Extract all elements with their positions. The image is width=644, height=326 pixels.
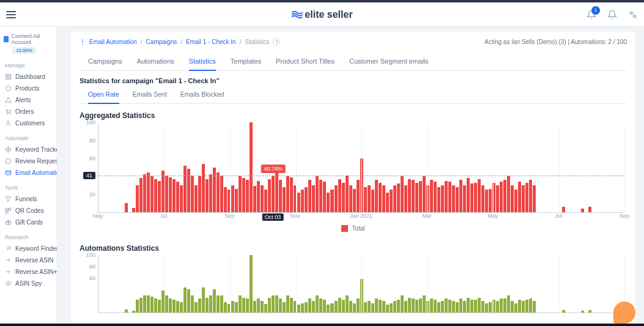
stats-for-campaign: Statistics for campaign "Email 1 - Check… (80, 71, 627, 88)
sidebar-item-alerts[interactable]: Alerts (0, 94, 57, 106)
crumb-campaign-name[interactable]: Email 1 - Check In (186, 39, 236, 45)
tab-product-short-titles[interactable]: Product Short Titles (276, 54, 335, 70)
main-content: ⋮ Email Automation/ Campaigns/ Email 1 -… (57, 27, 644, 326)
chart-tooltip: 40.74% (261, 165, 286, 173)
connect-ad-account[interactable]: Connect Ad Account 10.00% (0, 31, 57, 56)
automations-statistics-chart[interactable]: 1008060 (80, 255, 627, 313)
sidebar-item-reverse-asin[interactable]: Reverse ASIN (0, 254, 57, 266)
sidebar-item-orders[interactable]: Orders (0, 106, 57, 117)
sidebar-item-customers[interactable]: Customers (0, 117, 57, 129)
svg-rect-10 (6, 159, 10, 163)
crumb-campaigns[interactable]: Campaigns (146, 39, 177, 45)
section-research: Research (0, 228, 57, 243)
sidebar-item-reverse-asin-plus[interactable]: Reverse ASIN+ (0, 266, 57, 278)
svg-point-8 (7, 121, 10, 124)
svg-point-7 (10, 113, 10, 114)
brand-wave-icon (291, 10, 302, 19)
settings-icon[interactable] (628, 10, 638, 20)
svg-rect-2 (6, 74, 7, 76)
subtab-emails-sent[interactable]: Emails Sent (133, 88, 167, 103)
subtab-emails-blocked[interactable]: Emails Blocked (180, 88, 224, 103)
svg-point-1 (634, 15, 636, 17)
tab-customer-segment-emails[interactable]: Customer Segment emails (349, 54, 429, 70)
bell-outline-icon[interactable] (607, 10, 617, 20)
chat-widget-icon[interactable] (613, 302, 635, 324)
chart2-title: Automations Statistics (80, 237, 627, 255)
menu-toggle-icon[interactable] (6, 11, 16, 18)
tab-statistics[interactable]: Statistics (189, 54, 216, 71)
aggregated-statistics-chart[interactable]: 10080604020 40.74% 41 MayJulSepNovJan 20… (80, 122, 627, 220)
section-manage: Manage (0, 56, 57, 71)
section-tools: Tools (0, 179, 57, 193)
sidebar-item-gift-cards[interactable]: Gift Cards (0, 217, 57, 228)
connect-label: Connect Ad Account (11, 33, 53, 45)
tab-automations[interactable]: Automations (137, 54, 174, 70)
sidebar-item-dashboard[interactable]: Dashboard (0, 71, 57, 83)
acting-as-text: Acting as Ian Sells (Demo) (3) | Automat… (484, 39, 627, 45)
svg-point-16 (8, 246, 11, 250)
chart-legend: Total (80, 223, 627, 237)
section-automate: Automate (0, 129, 57, 144)
sidebar-item-products[interactable]: Products (0, 83, 57, 94)
svg-rect-14 (6, 211, 8, 213)
notification-badge: 1 (591, 6, 600, 15)
sidebar-item-funnels[interactable]: Funnels (0, 193, 57, 205)
brand-logo[interactable]: elite seller (291, 9, 352, 20)
legend-label-total: Total (352, 225, 365, 232)
crumb-email-automation[interactable]: Email Automation (89, 39, 137, 45)
svg-point-17 (7, 283, 9, 284)
sidebar: Connect Ad Account 10.00% Manage Dashboa… (0, 27, 57, 326)
sidebar-item-asin-spy[interactable]: ASIN Spy (0, 278, 57, 289)
svg-point-0 (630, 12, 632, 14)
svg-rect-5 (9, 77, 10, 79)
breadcrumb: ⋮ Email Automation/ Campaigns/ Email 1 -… (80, 37, 627, 51)
chart1-title: Aggregated Statistics (80, 104, 627, 122)
sidebar-item-review-requester[interactable]: Review Requester (0, 155, 57, 167)
tab-templates[interactable]: Templates (231, 54, 261, 70)
crumb-statistics: Statistics (245, 39, 269, 45)
y-value-badge: 41 (83, 172, 95, 179)
svg-point-6 (7, 113, 7, 114)
svg-rect-3 (9, 74, 10, 76)
svg-rect-4 (6, 77, 7, 79)
tab-campaigns[interactable]: Campaigns (88, 54, 122, 70)
account-color-icon (4, 36, 9, 42)
sidebar-item-qr-codes[interactable]: QR Codes (0, 205, 57, 217)
sidebar-item-keyword-tracker[interactable]: Keyword Tracker (0, 144, 57, 155)
legend-swatch-total (341, 225, 348, 232)
brand-text: elite seller (305, 9, 352, 20)
main-tabs: Campaigns Automations Statistics Templat… (80, 51, 627, 71)
connect-percentage: 10.00% (12, 47, 36, 54)
sidebar-item-keyword-finder[interactable]: Keyword Finder (0, 243, 57, 254)
subtab-open-rate[interactable]: Open Rate (88, 88, 119, 104)
sidebar-item-email-automation[interactable]: Email Automation (0, 167, 57, 179)
top-bar: elite seller 1 (0, 2, 644, 27)
x-highlight-badge: Oct 03 (262, 213, 284, 221)
notifications-icon[interactable]: 1 (587, 10, 596, 20)
info-icon[interactable]: ? (273, 38, 280, 45)
sub-tabs: Open Rate Emails Sent Emails Blocked (80, 88, 627, 104)
svg-rect-13 (9, 208, 11, 210)
svg-rect-12 (6, 208, 8, 210)
